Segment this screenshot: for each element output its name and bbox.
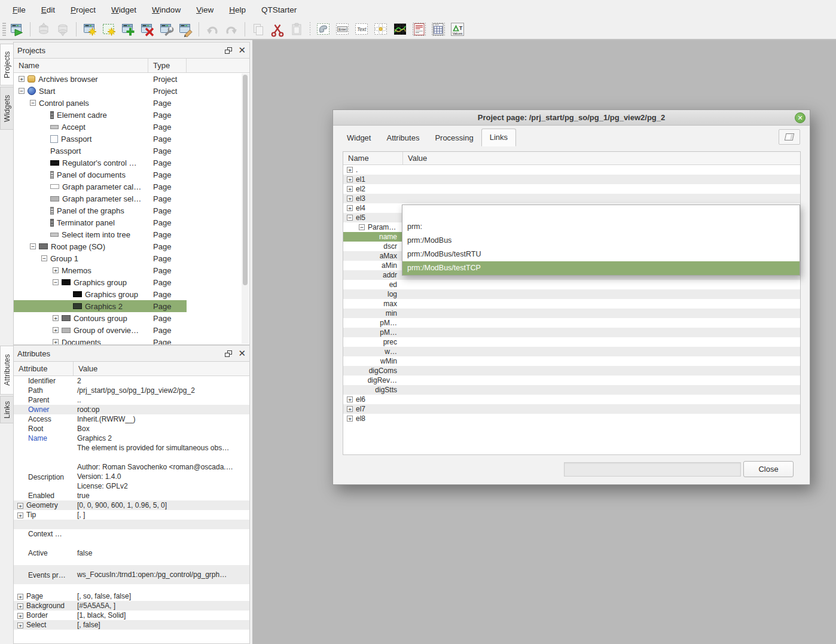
menu-item-help[interactable]: Help bbox=[221, 3, 254, 17]
project-tree-row[interactable]: Graphics 2Page bbox=[14, 300, 249, 312]
tree-expander-icon[interactable]: + bbox=[17, 603, 23, 609]
link-tree-row[interactable]: digComs bbox=[343, 366, 800, 376]
menu-item-edit[interactable]: Edit bbox=[33, 3, 63, 17]
tree-expander-icon[interactable]: + bbox=[19, 76, 25, 82]
tree-expander-icon[interactable]: + bbox=[53, 339, 59, 344]
tree-expander-icon[interactable]: + bbox=[347, 196, 353, 202]
link-tree-row[interactable]: +el1 bbox=[343, 175, 800, 184]
tree-expander-icon[interactable]: + bbox=[53, 315, 59, 321]
diagram-icon[interactable] bbox=[392, 21, 408, 38]
attribute-row[interactable]: Activefalse bbox=[14, 548, 249, 558]
tree-expander-icon[interactable]: + bbox=[53, 327, 59, 333]
project-tree-row[interactable]: −Root page (SO)Page bbox=[14, 240, 249, 252]
attribute-row[interactable]: +Border[1, black, Solid] bbox=[14, 611, 249, 620]
dropdown-option[interactable]: prm:/ModBus/testTCP bbox=[402, 261, 800, 275]
tree-expander-icon[interactable]: + bbox=[347, 416, 353, 422]
tree-expander-icon[interactable]: + bbox=[347, 406, 353, 412]
link-tree-row[interactable]: ed bbox=[343, 280, 800, 289]
link-tree-row[interactable]: pM… bbox=[343, 328, 800, 337]
item-edit-icon[interactable] bbox=[177, 21, 194, 38]
menu-item-window[interactable]: Window bbox=[144, 3, 188, 17]
tree-expander-icon[interactable]: − bbox=[347, 215, 353, 221]
attribute-row[interactable]: Ownerroot:op bbox=[14, 405, 249, 414]
tree-expander-icon[interactable]: + bbox=[17, 594, 23, 600]
elfigure-icon[interactable] bbox=[315, 21, 332, 38]
new-widget-library-icon[interactable] bbox=[100, 21, 117, 38]
float-panel-icon[interactable] bbox=[225, 350, 232, 357]
menu-item-qtstarter[interactable]: QTStarter bbox=[254, 3, 304, 17]
project-tree-row[interactable]: −Graphics groupPage bbox=[14, 276, 249, 288]
links-col-value[interactable]: Value bbox=[403, 152, 800, 164]
dialog-tab-links[interactable]: Links bbox=[481, 129, 516, 146]
link-tree-row[interactable]: digRev… bbox=[343, 376, 800, 385]
dropdown-option[interactable] bbox=[402, 205, 800, 220]
dialog-tab-widget[interactable]: Widget bbox=[339, 130, 379, 146]
tree-expander-icon[interactable]: + bbox=[347, 176, 353, 182]
menu-item-project[interactable]: Project bbox=[63, 3, 103, 17]
attributes-col-attribute[interactable]: Attribute bbox=[14, 362, 74, 376]
tree-expander-icon[interactable]: + bbox=[17, 622, 23, 628]
link-config-button[interactable] bbox=[779, 129, 800, 145]
project-tree-row[interactable]: Graph parameter cal…Page bbox=[14, 181, 249, 193]
attribute-row[interactable]: +Select[, false] bbox=[14, 620, 249, 630]
side-tab-links[interactable]: Links bbox=[0, 396, 13, 423]
tree-expander-icon[interactable]: + bbox=[17, 512, 23, 518]
tree-expander-icon[interactable]: + bbox=[53, 267, 59, 273]
attribute-row[interactable]: Path/prj_start/pg_so/pg_1/pg_view2/pg_2 bbox=[14, 386, 249, 395]
tree-expander-icon[interactable]: − bbox=[19, 88, 25, 94]
dropdown-option[interactable]: prm:/ModBus bbox=[402, 234, 800, 248]
project-tree-row[interactable]: Panel of documentsPage bbox=[14, 169, 249, 181]
values-icon[interactable]: TValues bbox=[449, 21, 466, 38]
project-tree-row[interactable]: +Group of overvie…Page bbox=[14, 324, 249, 336]
add-item-icon[interactable] bbox=[120, 21, 136, 38]
tree-expander-icon[interactable]: − bbox=[30, 243, 36, 249]
side-tab-projects[interactable]: Projects bbox=[0, 44, 13, 86]
attribute-row[interactable]: Enabledtrue bbox=[14, 491, 249, 500]
project-load-icon[interactable] bbox=[8, 21, 25, 38]
link-tree-row[interactable]: +el3 bbox=[343, 194, 800, 203]
dropdown-option[interactable]: prm:/ModBus/testRTU bbox=[402, 248, 800, 261]
project-tree-row[interactable]: Regulator's control …Page bbox=[14, 157, 249, 169]
tree-expander-icon[interactable]: − bbox=[53, 279, 59, 285]
tree-expander-icon[interactable]: + bbox=[347, 205, 353, 211]
link-tree-row[interactable]: prec bbox=[343, 337, 800, 347]
attribute-row[interactable]: Events pr…ws_FocusIn:/trnd1:open:/pg_con… bbox=[14, 565, 249, 584]
link-tree-row[interactable]: +el2 bbox=[343, 184, 800, 194]
link-tree-row[interactable]: min bbox=[343, 309, 800, 318]
table-icon[interactable] bbox=[430, 21, 447, 38]
links-col-name[interactable]: Name bbox=[343, 152, 403, 164]
project-tree-row[interactable]: −Control panelsPage bbox=[14, 97, 249, 109]
attribute-row[interactable]: +Tip[, ] bbox=[14, 510, 249, 520]
projects-col-name[interactable]: Name bbox=[14, 59, 148, 72]
attribute-row[interactable]: NameGraphics 2 bbox=[14, 434, 249, 443]
attribute-row[interactable]: Parent.. bbox=[14, 395, 249, 405]
attribute-row[interactable]: The element is provided for simultaneous… bbox=[14, 443, 249, 453]
menu-item-file[interactable]: File bbox=[5, 3, 33, 17]
dialog-close-button[interactable]: Close bbox=[743, 461, 794, 477]
tree-expander-icon[interactable]: + bbox=[347, 167, 353, 173]
media-icon[interactable] bbox=[373, 21, 389, 38]
attribute-row[interactable]: AccessInherit.(RWRW__) bbox=[14, 414, 249, 424]
tree-expander-icon[interactable]: − bbox=[30, 100, 36, 106]
project-tree-row[interactable]: −Group 1Page bbox=[14, 252, 249, 264]
protocol-icon[interactable] bbox=[411, 21, 428, 38]
side-tab-attributes[interactable]: Attributes bbox=[0, 346, 13, 395]
dialog-tab-processing[interactable]: Processing bbox=[427, 130, 481, 146]
link-tree-row[interactable]: w… bbox=[343, 347, 800, 356]
project-tree-row[interactable]: +DocumentsPage bbox=[14, 336, 249, 344]
project-tree-row[interactable]: −StartProject bbox=[14, 85, 249, 97]
link-tree-row[interactable]: pM… bbox=[343, 318, 800, 328]
close-panel-icon[interactable]: ✕ bbox=[238, 47, 246, 54]
projects-scrollbar[interactable] bbox=[242, 74, 249, 344]
tree-expander-icon[interactable]: − bbox=[359, 224, 365, 230]
side-tab-widgets[interactable]: Widgets bbox=[0, 87, 13, 130]
item-properties-icon[interactable] bbox=[158, 21, 175, 38]
project-tree-row[interactable]: Graphics groupPage bbox=[14, 288, 249, 300]
attribute-row[interactable]: RootBox bbox=[14, 424, 249, 434]
attribute-row[interactable]: +Geometry[0, 0, 900, 600, 1, 0.96, 5, 0] bbox=[14, 500, 249, 510]
project-tree-row[interactable]: Terminator panelPage bbox=[14, 216, 249, 228]
menu-item-widget[interactable]: Widget bbox=[103, 3, 144, 17]
project-tree-row[interactable]: AcceptPage bbox=[14, 121, 249, 133]
dialog-tab-attributes[interactable]: Attributes bbox=[379, 130, 427, 146]
link-tree-row[interactable]: wMin bbox=[343, 356, 800, 366]
